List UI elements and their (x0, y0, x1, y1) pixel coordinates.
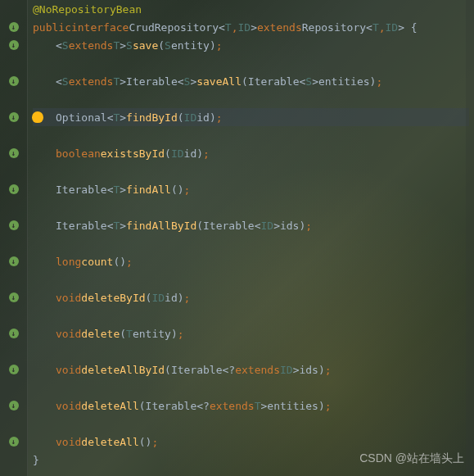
code-line: @NoRepositoryBean (33, 0, 469, 18)
scrollbar[interactable] (466, 0, 474, 476)
code-line: boolean existsById(ID id); (33, 144, 469, 162)
code-line (33, 162, 469, 180)
code-line: void deleteAll(); (33, 433, 469, 451)
code-line: void deleteAll(Iterable<? extends T> ent… (33, 397, 469, 415)
code-line: void delete(T entity); (33, 324, 469, 342)
implement-icon[interactable] (9, 184, 19, 194)
code-line (33, 198, 469, 216)
code-line: public interface CrudRepository<T, ID> e… (33, 18, 469, 36)
code-line (33, 90, 469, 108)
code-line (33, 126, 469, 144)
code-line: <S extends T> Iterable<S> saveAll(Iterab… (33, 72, 469, 90)
implement-icon[interactable] (9, 40, 19, 50)
implement-icon[interactable] (9, 220, 19, 230)
code-area[interactable]: @NoRepositoryBean public interface CrudR… (28, 0, 474, 476)
code-line (33, 54, 469, 72)
code-line (33, 379, 469, 397)
implement-icon[interactable] (9, 292, 19, 302)
code-line (33, 270, 469, 288)
implement-icon[interactable] (9, 329, 19, 338)
code-line: long count(); (33, 252, 469, 270)
code-line (33, 306, 469, 324)
watermark: CSDN @站在墙头上 (359, 451, 464, 466)
code-line: void deleteAllById(Iterable<? extends ID… (33, 360, 469, 379)
code-line: Iterable<T> findAll(); (33, 180, 469, 198)
implement-icon[interactable] (9, 22, 19, 32)
implement-icon[interactable] (9, 256, 19, 266)
implement-icon[interactable] (9, 437, 19, 447)
code-line: void deleteById(ID id); (33, 288, 469, 306)
implement-icon[interactable] (9, 365, 19, 374)
code-line: Iterable<T> findAllById(Iterable<ID> ids… (33, 216, 469, 234)
code-line: <S extends T> S save(S entity); (33, 36, 469, 54)
code-line (33, 342, 469, 360)
code-line (33, 415, 469, 433)
implement-icon[interactable] (9, 76, 19, 86)
code-editor[interactable]: @NoRepositoryBean public interface CrudR… (0, 0, 474, 476)
gutter (0, 0, 28, 476)
implement-icon[interactable] (9, 148, 19, 158)
implement-icon[interactable] (9, 112, 19, 122)
implement-icon[interactable] (9, 401, 19, 410)
intention-bulb-icon[interactable] (32, 111, 43, 123)
code-line (33, 234, 469, 252)
code-line-highlighted: Optional<T> findById(ID id); (33, 108, 469, 126)
